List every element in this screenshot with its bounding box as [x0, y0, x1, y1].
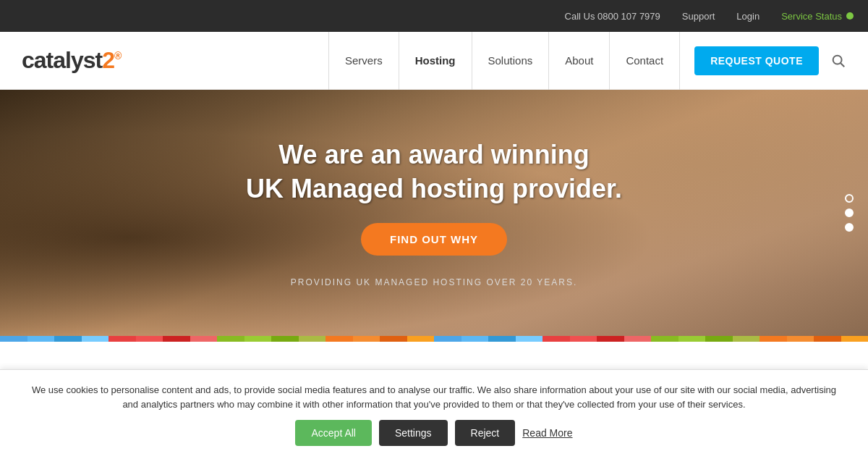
nav-item-about[interactable]: About — [549, 32, 610, 90]
svg-line-1 — [841, 63, 844, 67]
color-bar-segment — [136, 336, 163, 342]
color-bar-segment — [299, 336, 326, 342]
search-button[interactable] — [830, 53, 846, 69]
hero-subtitle: PROVIDING UK MANAGED HOSTING OVER 20 YEA… — [246, 277, 622, 287]
color-bar-segment — [516, 336, 543, 342]
hero-section: We are an award winning UK Managed hosti… — [0, 90, 868, 336]
slider-dots — [845, 194, 854, 232]
request-quote-button[interactable]: REQUEST QUOTE — [694, 46, 819, 75]
support-link[interactable]: Support — [682, 11, 715, 22]
color-bar-segment — [678, 336, 706, 342]
color-bar-segment — [109, 336, 136, 342]
logo-registered-icon: ® — [114, 50, 121, 62]
color-bar-segment — [380, 336, 407, 342]
color-bar-segment — [190, 336, 218, 342]
color-bar-segment — [54, 336, 82, 342]
nav-links: Servers Hosting Solutions About Contact — [328, 32, 680, 90]
color-bar-segment — [651, 336, 678, 342]
nav-item-contact[interactable]: Contact — [610, 32, 680, 90]
color-bar-segment — [326, 336, 353, 342]
main-nav: catalyst2® Servers Hosting Solutions Abo… — [0, 32, 868, 90]
nav-item-hosting[interactable]: Hosting — [399, 32, 472, 90]
slider-dot-1[interactable] — [845, 194, 854, 203]
color-bar-segment — [542, 336, 570, 342]
login-link[interactable]: Login — [736, 11, 760, 22]
service-status-label: Service Status — [781, 11, 842, 22]
logo[interactable]: catalyst2® — [22, 47, 121, 74]
nav-item-solutions[interactable]: Solutions — [472, 32, 550, 90]
service-status-link[interactable]: Service Status — [781, 11, 854, 22]
status-dot-icon — [846, 12, 854, 20]
find-out-why-button[interactable]: FIND OUT WHY — [361, 223, 507, 256]
top-bar: Call Us 0800 107 7979 Support Login Serv… — [0, 0, 868, 32]
cookie-banner: We use cookies to personalise content an… — [0, 369, 868, 378]
color-bar-segment — [271, 336, 299, 342]
color-bar-segment — [488, 336, 516, 342]
color-bar-segment — [841, 336, 869, 342]
color-bar-segment — [27, 336, 55, 342]
color-bar-segment — [760, 336, 787, 342]
color-bar-segment — [244, 336, 272, 342]
color-bar-segment — [787, 336, 814, 342]
slider-dot-2[interactable] — [845, 209, 854, 217]
svg-point-0 — [833, 55, 842, 64]
color-bar-segment — [163, 336, 190, 342]
color-bar-segment — [407, 336, 435, 342]
color-bar-segment — [217, 336, 244, 342]
logo-2-text: 2 — [102, 47, 114, 73]
slider-dot-3[interactable] — [845, 223, 854, 232]
hero-content: We are an award winning UK Managed hosti… — [246, 138, 622, 288]
color-bar-segment — [814, 336, 841, 342]
color-bar-segment — [705, 336, 733, 342]
color-bar-segment — [733, 336, 760, 342]
color-bar — [0, 336, 868, 342]
color-bar-segment — [570, 336, 597, 342]
color-bar-segment — [434, 336, 461, 342]
color-bar-segment — [0, 336, 27, 342]
color-bar-segment — [597, 336, 624, 342]
phone-number: Call Us 0800 107 7979 — [565, 11, 660, 22]
logo-catalyst-text: catalyst — [22, 47, 102, 73]
color-bar-segment — [461, 336, 489, 342]
nav-item-servers[interactable]: Servers — [328, 32, 399, 90]
hero-title: We are an award winning UK Managed hosti… — [246, 138, 622, 206]
color-bar-segment — [624, 336, 652, 342]
color-bar-segment — [353, 336, 380, 342]
color-bar-segment — [82, 336, 109, 342]
